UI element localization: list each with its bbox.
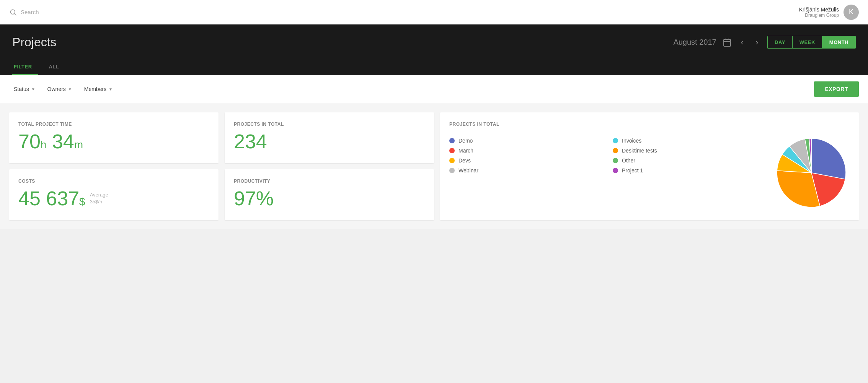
status-dropdown-arrow: ▼ xyxy=(31,87,35,91)
pie-slice xyxy=(811,138,846,179)
minutes-unit: m xyxy=(74,139,83,151)
legend-item: Invoices xyxy=(613,138,764,144)
user-name: Krišjānis Mežulis xyxy=(799,6,839,13)
legend-dot xyxy=(613,168,618,173)
projects-in-total-value: 234 xyxy=(234,131,425,151)
legend-label: Devs xyxy=(458,157,471,164)
costs-amount: 45 637 xyxy=(18,187,79,209)
filter-tab-filter[interactable]: FILTER xyxy=(12,60,38,75)
costs-value-row: 45 637$ Average 35$/h xyxy=(18,188,209,208)
members-label: Members xyxy=(84,86,106,92)
user-company: Draugiem Group xyxy=(799,13,839,18)
status-label: Status xyxy=(14,86,29,92)
header-top: Projects August 2017 ‹ › DAY WEEK MONTH xyxy=(12,35,856,49)
owners-label: Owners xyxy=(47,86,66,92)
chart-body: Demo Invoices March Desktime tests Devs … xyxy=(449,135,850,211)
legend-dot xyxy=(449,138,455,143)
chart-legend: Demo Invoices March Desktime tests Devs … xyxy=(449,138,764,174)
svg-rect-2 xyxy=(724,39,731,46)
minutes-value: 34 xyxy=(52,130,74,153)
legend-dot xyxy=(613,158,618,163)
avatar-initial: K xyxy=(849,8,853,16)
search-area[interactable]: Search xyxy=(9,8,39,16)
legend-item: Desktime tests xyxy=(613,148,764,154)
legend-dot xyxy=(449,148,455,153)
nav-prev-button[interactable]: ‹ xyxy=(738,36,747,48)
header-controls: August 2017 ‹ › DAY WEEK MONTH xyxy=(673,36,856,49)
total-project-time-card: TOTAL PROJECT TIME 70h 34m xyxy=(9,112,219,163)
top-bar: Search Krišjānis Mežulis Draugiem Group … xyxy=(0,0,868,24)
view-week-button[interactable]: WEEK xyxy=(792,36,822,49)
legend-dot xyxy=(613,138,618,143)
hours-unit: h xyxy=(41,139,47,151)
legend-label: Invoices xyxy=(622,138,641,144)
legend-item: Webinar xyxy=(449,167,600,174)
svg-line-1 xyxy=(15,13,16,15)
productivity-label: PRODUCTIVITY xyxy=(234,179,425,184)
hours-value: 70 xyxy=(18,130,41,153)
filter-tab-all[interactable]: ALL xyxy=(47,60,65,75)
page-title: Projects xyxy=(12,35,57,49)
legend-label: March xyxy=(458,148,473,154)
costs-label: COSTS xyxy=(18,179,209,184)
avatar[interactable]: K xyxy=(844,5,859,20)
nav-next-button[interactable]: › xyxy=(752,36,761,48)
chart-card: PROJECTS IN TOTAL Demo Invoices March De… xyxy=(440,112,859,220)
legend-item: March xyxy=(449,148,600,154)
owners-dropdown[interactable]: Owners ▼ xyxy=(43,84,77,94)
members-dropdown-arrow: ▼ xyxy=(109,87,113,91)
legend-item: Devs xyxy=(449,157,600,164)
legend-dot xyxy=(449,168,455,173)
svg-point-0 xyxy=(10,10,15,14)
view-month-button[interactable]: MONTH xyxy=(822,36,856,49)
filter-tabs: FILTER ALL xyxy=(12,60,856,75)
view-buttons: DAY WEEK MONTH xyxy=(767,36,856,49)
projects-in-total-label: PROJECTS IN TOTAL xyxy=(234,122,425,127)
view-day-button[interactable]: DAY xyxy=(767,36,792,49)
search-icon xyxy=(9,8,17,16)
page-header: Projects August 2017 ‹ › DAY WEEK MONTH … xyxy=(0,24,868,75)
legend-item: Other xyxy=(613,157,764,164)
total-project-time-label: TOTAL PROJECT TIME xyxy=(18,122,209,127)
productivity-card: PRODUCTIVITY 97% xyxy=(225,169,434,220)
productivity-value: 97% xyxy=(234,188,425,208)
total-project-time-value: 70h 34m xyxy=(18,131,209,151)
date-display: August 2017 xyxy=(673,38,716,47)
search-placeholder: Search xyxy=(21,9,39,15)
members-dropdown[interactable]: Members ▼ xyxy=(80,84,117,94)
legend-dot xyxy=(449,158,455,163)
main-content: TOTAL PROJECT TIME 70h 34m PROJECTS IN T… xyxy=(0,103,868,229)
legend-item: Demo xyxy=(449,138,600,144)
owners-dropdown-arrow: ▼ xyxy=(68,87,72,91)
user-info: Krišjānis Mežulis Draugiem Group xyxy=(799,6,839,18)
legend-label: Demo xyxy=(458,138,473,144)
costs-card: COSTS 45 637$ Average 35$/h xyxy=(9,169,219,220)
legend-item: Project 1 xyxy=(613,167,764,174)
projects-in-total-card: PROJECTS IN TOTAL 234 xyxy=(225,112,434,163)
legend-label: Project 1 xyxy=(622,167,643,174)
costs-currency: $ xyxy=(79,196,85,208)
legend-label: Webinar xyxy=(458,167,478,174)
legend-dot xyxy=(613,148,618,153)
filter-dropdowns: Status ▼ Owners ▼ Members ▼ xyxy=(9,84,117,94)
status-dropdown[interactable]: Status ▼ xyxy=(9,84,40,94)
user-area: Krišjānis Mežulis Draugiem Group K xyxy=(799,5,859,20)
legend-label: Desktime tests xyxy=(622,148,657,154)
chart-title: PROJECTS IN TOTAL xyxy=(449,122,850,127)
legend-label: Other xyxy=(622,157,635,164)
filter-bar: Status ▼ Owners ▼ Members ▼ EXPORT xyxy=(0,75,868,103)
export-button[interactable]: EXPORT xyxy=(814,81,859,97)
costs-average: Average 35$/h xyxy=(90,192,108,205)
pie-chart xyxy=(773,135,850,211)
costs-value: 45 637$ xyxy=(18,188,85,208)
calendar-icon[interactable] xyxy=(723,38,732,47)
